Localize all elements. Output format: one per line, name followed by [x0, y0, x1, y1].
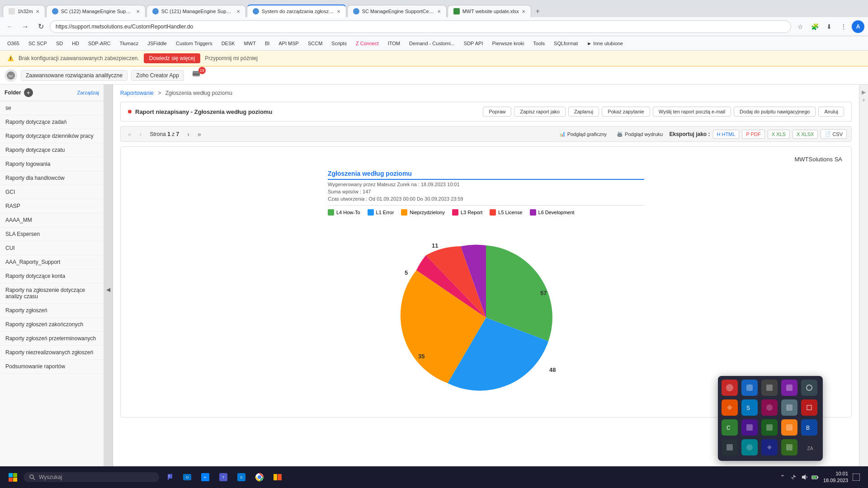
tray-app-1[interactable] — [722, 380, 738, 396]
tray-app-13[interactable] — [761, 419, 778, 436]
tray-app-7[interactable]: S — [741, 399, 758, 416]
back-button[interactable]: ← — [4, 20, 16, 33]
taskbar-outlook-icon[interactable]: O — [179, 469, 195, 485]
tray-app-18[interactable] — [761, 439, 778, 455]
bookmark-bi[interactable]: BI — [261, 40, 273, 47]
export-html-button[interactable]: H HTML — [713, 130, 740, 139]
export-pdf-button[interactable]: P PDF — [742, 130, 764, 139]
tray-app-16[interactable] — [722, 439, 738, 455]
sidebar-item-gci[interactable]: GCI — [0, 185, 104, 199]
warning-dismiss-link[interactable]: Przypomnij mi później — [205, 55, 258, 61]
tray-app-5[interactable] — [801, 380, 817, 396]
report-zapisz-button[interactable]: Zapisz raport jako — [514, 107, 565, 117]
sidebar-item-se[interactable]: se — [0, 101, 104, 115]
bookmark-pierwsze-kroki[interactable]: Pierwsze kroki — [488, 40, 528, 47]
taskbar-paint-icon[interactable]: ✏ — [197, 469, 213, 485]
sidebar-item-aaa-raporty[interactable]: AAA_Raporty_Support — [0, 255, 104, 269]
warning-learn-more-button[interactable]: Dowiedz się więcej — [144, 53, 200, 63]
page-first-button[interactable]: « — [125, 130, 134, 139]
bookmark-sc-scp[interactable]: SC SCP — [25, 40, 51, 47]
page-prev-button[interactable]: ‹ — [137, 130, 145, 139]
report-pokaz-zapytanie-button[interactable]: Pokaż zapytanie — [602, 107, 650, 117]
bookmark-api-msp[interactable]: API MSP — [275, 40, 302, 47]
taskbar-chrome-icon[interactable] — [251, 469, 268, 485]
bookmark-star-icon[interactable]: ☆ — [794, 20, 807, 33]
export-xls-button[interactable]: X XLS — [768, 130, 790, 139]
taskbar-search[interactable]: Wyszukaj — [24, 472, 159, 482]
taskbar-teams2-icon[interactable]: T — [215, 469, 231, 485]
sidebar-item-raporty-analizy[interactable]: Raporty na zgłoszenie dotyczące analizy … — [0, 283, 104, 304]
bookmark-more[interactable]: ► Inne ulubione — [583, 40, 627, 47]
report-zaplanuj-button[interactable]: Zaplanuj — [568, 107, 599, 117]
taskbar-explorer-icon[interactable] — [269, 469, 286, 485]
tray-volume-icon[interactable] — [800, 473, 809, 482]
tray-app-3[interactable] — [761, 380, 778, 396]
bookmark-tools[interactable]: Tools — [529, 40, 548, 47]
bookmark-sdp-api[interactable]: SDP API — [460, 40, 487, 47]
sidebar-add-button[interactable]: + — [24, 88, 33, 97]
tray-network-icon[interactable] — [789, 473, 798, 482]
tray-battery-icon[interactable] — [811, 473, 820, 482]
right-expand-button[interactable]: ▶ — [862, 89, 866, 95]
start-button[interactable] — [4, 468, 22, 486]
sidebar-collapse-button[interactable]: ◀ — [104, 84, 113, 488]
browser-tab-1[interactable]: 1h32m ✕ — [3, 5, 45, 17]
bookmark-sd[interactable]: SD — [52, 40, 66, 47]
taskbar-devops-icon[interactable]: D — [233, 469, 250, 485]
export-xlsx-button[interactable]: X XLSX — [793, 130, 818, 139]
browser-tab-3[interactable]: SC (121) ManageEngine SupportCe... ✕ — [146, 5, 246, 17]
reload-button[interactable]: ↻ — [34, 20, 47, 33]
tab-close-6[interactable]: ✕ — [522, 9, 525, 14]
bookmark-sccm[interactable]: SCCM — [304, 40, 326, 47]
breadcrumb-parent[interactable]: Raportowanie — [120, 90, 154, 96]
bookmark-mwt[interactable]: MWT — [241, 40, 259, 47]
sidebar-item-rasp[interactable]: RASP — [0, 199, 104, 213]
tray-app-9[interactable] — [781, 399, 797, 416]
tab-close-4[interactable]: ✕ — [337, 9, 340, 14]
taskbar-teams-icon[interactable]: T — [161, 469, 177, 485]
settings-icon[interactable]: ⋮ — [837, 20, 850, 33]
sidebar-item-podsumowanie[interactable]: Podsumowanie raportów — [0, 360, 104, 374]
tray-app-17[interactable] — [741, 439, 758, 455]
sidebar-item-raporty-zakonczonych[interactable]: Raporty zgłoszeń zakończonych — [0, 318, 104, 332]
advanced-analytics-button[interactable]: Zaawansowane rozwiązania analityczne — [21, 70, 127, 81]
tray-app-8[interactable] — [761, 399, 778, 416]
tray-app-11[interactable]: C — [722, 419, 738, 436]
bookmark-jsfiddle[interactable]: JSFiddle — [144, 40, 170, 47]
bookmark-sdp-arc[interactable]: SDP-ARC — [85, 40, 114, 47]
tray-app-2[interactable] — [741, 380, 758, 396]
browser-tab-2[interactable]: SC (122) ManageEngine SupportCe... ✕ — [46, 5, 146, 17]
tray-app-14[interactable] — [781, 419, 797, 436]
browser-tab-6[interactable]: MWT website update.xlsx ✕ — [448, 5, 531, 17]
bookmark-hd[interactable]: HD — [68, 40, 83, 47]
tray-app-10[interactable] — [801, 399, 817, 416]
bookmark-sqlformat[interactable]: SQLformat — [550, 40, 581, 47]
tab-close-2[interactable]: ✕ — [136, 9, 140, 14]
export-csv-button[interactable]: 📄 CSV — [821, 129, 847, 139]
tray-app-6[interactable] — [722, 399, 738, 416]
tray-app-12[interactable] — [741, 419, 758, 436]
notification-button[interactable]: 19 — [188, 68, 205, 83]
sidebar-item-raporty-przeterminowanych[interactable]: Raporty zgłoszeń przeterminowanych — [0, 332, 104, 346]
sidebar-item-raporty-zadan[interactable]: Raporty dotyczące zadań — [0, 115, 104, 129]
sidebar-item-raporty-zgloszen[interactable]: Raporty zgłoszeń — [0, 304, 104, 318]
new-tab-button[interactable]: + — [532, 5, 543, 17]
tray-notification-icon[interactable] — [852, 473, 861, 482]
tray-app-19[interactable] — [781, 439, 797, 455]
tab-close-5[interactable]: ✕ — [437, 9, 441, 14]
extensions-icon[interactable]: 🧩 — [808, 20, 821, 33]
page-next-button[interactable]: › — [184, 130, 192, 139]
tab-close-1[interactable]: ✕ — [36, 9, 39, 14]
report-dodaj-pulpit-button[interactable]: Dodaj do pulpitu nawigacyjnego — [734, 107, 816, 117]
preview-graphic-button[interactable]: 📊 Podgląd graficzny — [556, 130, 610, 138]
bookmark-itom[interactable]: ITOM — [384, 40, 404, 47]
report-anuluj-button[interactable]: Anuluj — [818, 107, 844, 117]
forward-button[interactable]: → — [19, 20, 32, 33]
sidebar-item-sla-espersen[interactable]: SLA Espersen — [0, 227, 104, 241]
sidebar-item-raporty-konta[interactable]: Raporty dotyczące konta — [0, 269, 104, 283]
page-last-button[interactable]: » — [195, 130, 204, 139]
sidebar-item-raporty-handlowcow[interactable]: Raporty dla handlowców — [0, 171, 104, 185]
bookmark-connect[interactable]: Z Connect — [352, 40, 382, 47]
sidebar-item-aaaa-mm[interactable]: AAAA_MM — [0, 213, 104, 227]
tray-up-arrow[interactable]: ⌃ — [778, 473, 787, 482]
